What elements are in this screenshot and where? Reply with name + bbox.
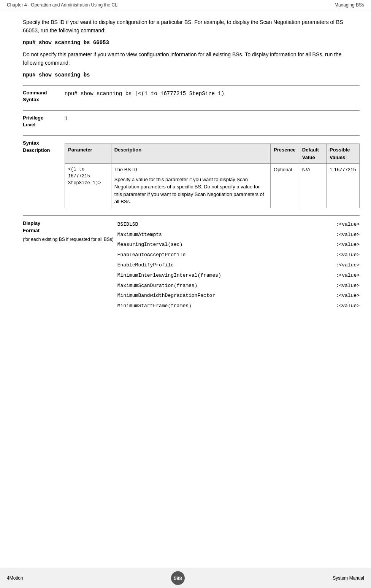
format-key: MeasuringInterval(sec)	[117, 241, 321, 249]
syntax-description-label: SyntaxDescription	[23, 140, 65, 153]
format-value: :<value>	[336, 272, 360, 280]
format-value: :<value>	[336, 251, 360, 259]
format-value: :<value>	[336, 231, 360, 239]
command-syntax-section: Command Syntax npu# show scanning bs [<(…	[23, 85, 360, 103]
col-header-presence: Presence	[271, 144, 299, 164]
format-key: MinimumBandwidthDegradationFactor	[117, 292, 321, 300]
command-syntax-value: npu# show scanning bs [<(1 to 16777215 S…	[65, 89, 360, 98]
col-header-description: Description	[111, 144, 270, 164]
format-key: MinimumStartFrame(frames)	[117, 302, 321, 310]
intro-para2: Do not specify this parameter if you wan…	[23, 50, 360, 67]
page-number: 598	[171, 571, 185, 585]
col-header-parameter: Parameter	[65, 144, 111, 164]
display-format-section: DisplayFormat (for each existing BS if r…	[23, 215, 360, 311]
command-syntax-text: npu# show scanning bs [<(1 to 16777215 S…	[65, 91, 224, 97]
cell-default-value: N/A	[299, 164, 326, 208]
cell-presence: Optional	[271, 164, 299, 208]
format-value: :<value>	[336, 292, 360, 300]
format-key: EnableModifyProfile	[117, 261, 321, 269]
format-row: EnableModifyProfile:<value>	[117, 260, 360, 271]
display-format-label: DisplayFormat (for each existing BS if r…	[23, 220, 117, 243]
table-header-row: Parameter Description Presence Default V…	[65, 144, 360, 164]
format-key: EnableAutoAcceptProfile	[117, 251, 321, 259]
cell-parameter: <(1 to 16777215 StepSize 1)>	[65, 164, 111, 208]
privilege-level-value: 1	[65, 115, 360, 123]
intro-command1: npu# show scanning bs 66053	[23, 40, 360, 46]
syntax-description-section: SyntaxDescription Parameter Description …	[23, 135, 360, 208]
display-format-content: BSIDLSB:<value>MaximumAttempts:<value>Me…	[117, 220, 360, 311]
format-row: MinimumInterleavingInterval(frames):<val…	[117, 271, 360, 281]
format-key: MaximumScanDuration(frames)	[117, 282, 321, 290]
privilege-level-section: PrivilegeLevel 1	[23, 110, 360, 128]
page-content: Specify the BS ID if you want to display…	[0, 10, 371, 319]
header-right: Managing BSs	[335, 2, 364, 8]
cell-description: The BS IDSpecify a value for this parame…	[111, 164, 270, 208]
header-left: Chapter 4 - Operation and Administration…	[7, 2, 119, 8]
format-row: EnableAutoAcceptProfile:<value>	[117, 250, 360, 260]
format-value: :<value>	[336, 241, 360, 249]
intro-para1: Specify the BS ID if you want to display…	[23, 18, 360, 35]
format-row: BSIDLSB:<value>	[117, 220, 360, 230]
format-key: MaximumAttempts	[117, 231, 321, 239]
intro-command2: npu# show scanning bs	[23, 72, 360, 78]
format-row: MinimumStartFrame(frames):<value>	[117, 301, 360, 311]
format-row: MaximumAttempts:<value>	[117, 230, 360, 240]
table-row: <(1 to 16777215 StepSize 1)>The BS IDSpe…	[65, 164, 360, 208]
format-row: MeasuringInterval(sec):<value>	[117, 240, 360, 250]
privilege-level-label: PrivilegeLevel	[23, 115, 65, 128]
footer-right: System Manual	[333, 575, 364, 581]
format-value: :<value>	[336, 302, 360, 310]
cell-possible-values: 1-16777215	[327, 164, 360, 208]
format-value: :<value>	[336, 261, 360, 269]
syntax-table: Parameter Description Presence Default V…	[65, 143, 360, 208]
command-syntax-label: Command Syntax	[23, 89, 65, 103]
footer-left: 4Motion	[7, 575, 23, 581]
format-key: BSIDLSB	[117, 221, 321, 229]
format-row: MaximumScanDuration(frames):<value>	[117, 281, 360, 291]
syntax-description-content: Parameter Description Presence Default V…	[65, 140, 360, 208]
page-header: Chapter 4 - Operation and Administration…	[0, 0, 371, 10]
format-value: :<value>	[336, 221, 360, 229]
col-header-possible-values: Possible Values	[327, 144, 360, 164]
format-value: :<value>	[336, 282, 360, 290]
format-key: MinimumInterleavingInterval(frames)	[117, 272, 321, 280]
col-header-default-value: Default Value	[299, 144, 326, 164]
page-footer: 4Motion 598 System Manual	[0, 568, 371, 588]
display-format-sublabel: (for each existing BS if requested for a…	[23, 236, 114, 243]
format-row: MinimumBandwidthDegradationFactor:<value…	[117, 291, 360, 301]
